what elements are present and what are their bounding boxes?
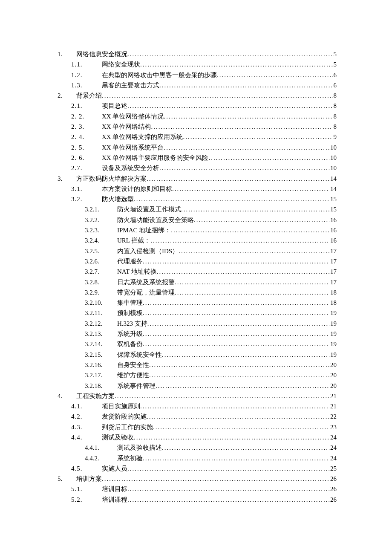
toc-entry[interactable]: 3.2.6.代理服务17 bbox=[58, 256, 337, 266]
toc-entry[interactable]: 3.2.17.维护方便性20 bbox=[58, 370, 337, 380]
toc-entry[interactable]: 3.2.15.保障系统安全性19 bbox=[58, 350, 337, 360]
toc-entry[interactable]: 5.2.培训课程26 bbox=[58, 494, 337, 505]
toc-leader-dots bbox=[143, 298, 329, 308]
toc-title: 方正数码防火墙解决方案 bbox=[76, 173, 147, 184]
toc-entry[interactable]: 3.2.16.自身安全性20 bbox=[58, 360, 337, 370]
toc-page-number: 19 bbox=[329, 350, 337, 360]
toc-page-number: 10 bbox=[329, 142, 337, 153]
toc-entry[interactable]: 3.2.8.日志系统及系统报警17 bbox=[58, 277, 337, 287]
toc-leader-dots bbox=[134, 194, 329, 204]
toc-entry[interactable]: 3.2.11.预制模板19 bbox=[58, 308, 337, 318]
toc-entry[interactable]: 3.2.防火墙选型15 bbox=[58, 194, 337, 204]
toc-title: 培训方案 bbox=[76, 474, 102, 484]
toc-entry[interactable]: 2.1.项目总述8 bbox=[58, 101, 337, 111]
toc-entry[interactable]: 4.5.实施人员25 bbox=[58, 463, 337, 474]
toc-entry[interactable]: 2. 6.XX 单位网络主要应用服务的安全风险10 bbox=[58, 153, 337, 163]
toc-entry[interactable]: 3.2.14.双机备份19 bbox=[58, 339, 337, 349]
toc-page-number: 17 bbox=[329, 256, 337, 266]
toc-page-number: 10 bbox=[329, 163, 337, 173]
toc-leader-dots bbox=[147, 411, 329, 422]
toc-title: 在典型的网络攻击中黑客一般会采的步骤 bbox=[102, 70, 217, 80]
toc-title: 实施人员 bbox=[102, 463, 127, 474]
toc-leader-dots bbox=[162, 442, 329, 453]
toc-title: XX 单位网络结构 bbox=[102, 121, 151, 132]
toc-title: 代理服务 bbox=[117, 256, 143, 266]
toc-entry[interactable]: 2. 3.XX 单位网络结构8 bbox=[58, 121, 337, 132]
toc-entry[interactable]: 1.1.网络安全现状5 bbox=[58, 59, 337, 69]
toc-number: 3.2. bbox=[71, 194, 102, 204]
toc-number: 3.2.9. bbox=[85, 287, 117, 298]
toc-leader-dots bbox=[157, 266, 329, 277]
toc-leader-dots bbox=[208, 153, 329, 163]
toc-number: 4.5. bbox=[71, 463, 102, 474]
toc-entry[interactable]: 3.2.13.系统升级19 bbox=[58, 329, 337, 339]
toc-title: XX 单位网络系统平台 bbox=[102, 142, 164, 153]
toc-entry[interactable]: 1.3.黑客的主要攻击方式6 bbox=[58, 80, 337, 90]
toc-title: XX 单位网络主要应用服务的安全风险 bbox=[102, 153, 208, 163]
toc-leader-dots bbox=[143, 329, 329, 339]
toc-number: 2. 6. bbox=[71, 153, 102, 163]
toc-page-number: 10 bbox=[329, 153, 337, 163]
toc-entry[interactable]: 2. 2.XX 单位网络整体情况8 bbox=[58, 111, 337, 121]
toc-page-number: 19 bbox=[329, 329, 337, 339]
toc-entry[interactable]: 3.2.5.内置入侵检测（IDS）17 bbox=[58, 246, 337, 256]
toc-page-number: 15 bbox=[329, 204, 337, 214]
toc-leader-dots bbox=[164, 142, 329, 153]
toc-entry[interactable]: 3.2.10.集中管理18 bbox=[58, 298, 337, 308]
toc-entry[interactable]: 2. 4.XX 单位网络支撑的应用系统9 bbox=[58, 132, 337, 142]
toc-leader-dots bbox=[143, 256, 329, 266]
toc-entry[interactable]: 3.2.2.防火墙功能设置及安全策略16 bbox=[58, 215, 337, 225]
toc-entry[interactable]: 4.4.1.测试及验收描述24 bbox=[58, 442, 337, 453]
toc-entry[interactable]: 3.1.本方案设计的原则和目标14 bbox=[58, 184, 337, 194]
toc-entry[interactable]: 5.1.培训目标26 bbox=[58, 484, 337, 494]
toc-title: 带宽分配，流量管理 bbox=[117, 287, 175, 298]
toc-entry[interactable]: 3.2.1.防火墙设置及工作模式15 bbox=[58, 204, 337, 214]
toc-entry[interactable]: 4.4.2.系统初验24 bbox=[58, 453, 337, 463]
toc-entry[interactable]: 3.2.9.带宽分配，流量管理18 bbox=[58, 287, 337, 298]
toc-entry[interactable]: 1.2.在典型的网络攻击中黑客一般会采的步骤6 bbox=[58, 70, 337, 80]
toc-number: 3.2.16. bbox=[85, 360, 117, 370]
toc-number: 3.2.1. bbox=[85, 204, 117, 214]
toc-number: 5.2. bbox=[71, 494, 102, 505]
toc-entry[interactable]: 3.2.3.IPMAC 地址捆绑：16 bbox=[58, 225, 337, 235]
toc-entry[interactable]: 4.4.测试及验收24 bbox=[58, 432, 337, 442]
toc-entry[interactable]: 4.1.项目实施原则21 bbox=[58, 401, 337, 411]
toc-number: 3.2.11. bbox=[85, 308, 117, 318]
toc-leader-dots bbox=[147, 318, 329, 329]
toc-title: 测试及验收 bbox=[102, 432, 134, 442]
toc-leader-dots bbox=[194, 215, 329, 225]
toc-leader-dots bbox=[140, 59, 333, 69]
toc-leader-dots bbox=[127, 101, 333, 111]
toc-page-number: 26 bbox=[329, 494, 337, 505]
toc-entry[interactable]: 3.2.4.URL 拦截：16 bbox=[58, 235, 337, 246]
toc-page-number: 17 bbox=[329, 246, 337, 256]
toc-number: 2.7. bbox=[71, 163, 102, 173]
toc-entry[interactable]: 2.背景介绍8 bbox=[58, 90, 337, 101]
toc-entry[interactable]: 4.3.到货后工作的实施23 bbox=[58, 422, 337, 432]
toc-page-number: 16 bbox=[329, 215, 337, 225]
toc-leader-dots bbox=[147, 173, 329, 184]
toc-number: 2. bbox=[58, 90, 76, 101]
toc-title: 项目总述 bbox=[102, 101, 127, 111]
toc-entry[interactable]: 3.2.18.系统事件管理20 bbox=[58, 381, 337, 391]
toc-number: 3.2.12. bbox=[85, 318, 117, 329]
toc-entry[interactable]: 1.网络信息安全概况5 bbox=[58, 49, 337, 59]
toc-page-number: 24 bbox=[329, 442, 337, 453]
toc-entry[interactable]: 4.2.发货阶段的实施22 bbox=[58, 411, 337, 422]
toc-page-number: 26 bbox=[329, 474, 337, 484]
toc-entry[interactable]: 3.2.7.NAT 地址转换17 bbox=[58, 266, 337, 277]
toc-leader-dots bbox=[127, 494, 329, 505]
toc-number: 3.2.3. bbox=[85, 225, 117, 235]
toc-page-number: 20 bbox=[329, 360, 337, 370]
toc-number: 3.2.6. bbox=[85, 256, 117, 266]
toc-entry[interactable]: 2. 5.XX 单位网络系统平台10 bbox=[58, 142, 337, 153]
toc-entry[interactable]: 3.方正数码防火墙解决方案14 bbox=[58, 173, 337, 184]
toc-number: 3.2.14. bbox=[85, 339, 117, 349]
toc-leader-dots bbox=[183, 132, 332, 142]
toc-entry[interactable]: 3.2.12.H.323 支持19 bbox=[58, 318, 337, 329]
toc-entry[interactable]: 5.培训方案26 bbox=[58, 474, 337, 484]
toc-title: H.323 支持 bbox=[117, 318, 147, 329]
toc-entry[interactable]: 2.7.设备及系统安全分析10 bbox=[58, 163, 337, 173]
toc-page-number: 21 bbox=[329, 391, 337, 401]
toc-entry[interactable]: 4.工程实施方案21 bbox=[58, 391, 337, 401]
